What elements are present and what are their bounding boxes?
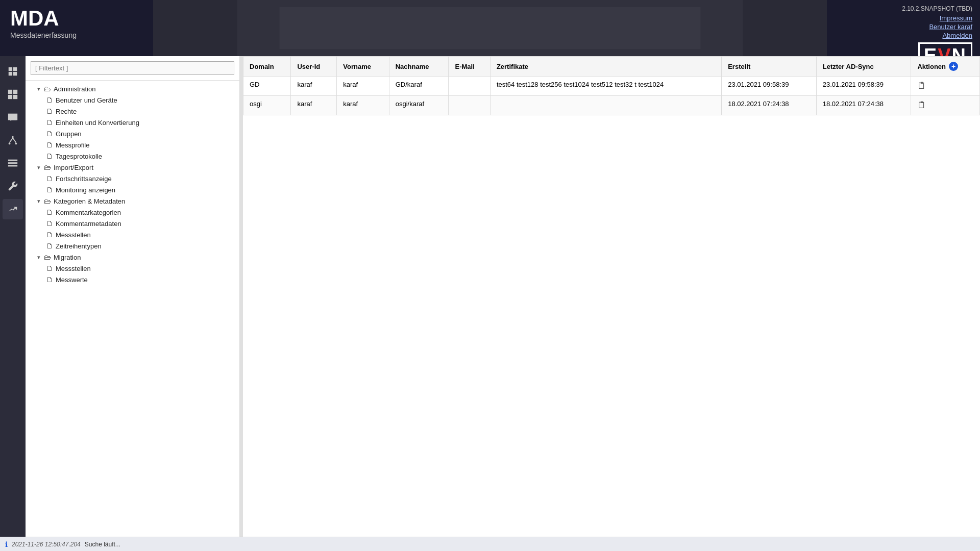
sidebar-item-label-messwerte-mig: Messwerte — [56, 276, 88, 284]
col-nachname: Nachname — [389, 57, 449, 77]
nav-chart-icon[interactable] — [3, 199, 23, 219]
svg-point-8 — [12, 136, 14, 138]
svg-rect-3 — [13, 72, 17, 76]
sidebar-item-label-migration: Migration — [54, 254, 81, 261]
sidebar-item-einheiten[interactable]: 🗋 Einheiten und Konvertierung — [26, 117, 239, 128]
svg-rect-5 — [13, 90, 17, 94]
sidebar-item-tagesprotokolle[interactable]: 🗋 Tagesprotokolle — [26, 151, 239, 162]
header-dam-image — [153, 0, 827, 56]
version-label: 2.10.2.SNAPSHOT (TBD) — [902, 5, 972, 12]
leaf-einheiten-icon: 🗋 — [46, 118, 53, 127]
svg-rect-15 — [8, 165, 17, 167]
evn-logo-text: EVN — [924, 45, 967, 56]
nav-wrench-icon[interactable] — [3, 176, 23, 196]
sidebar-item-rechte[interactable]: 🗋 Rechte — [26, 106, 239, 117]
cell-domain-0: GD — [243, 77, 291, 96]
add-user-button[interactable]: + — [949, 62, 958, 71]
leaf-zeitreihentypen-icon: 🗋 — [46, 242, 53, 250]
sidebar-item-monitoring[interactable]: 🗋 Monitoring anzeigen — [26, 184, 239, 195]
header: MDA Messdatenerfassung 2.10.2.SNAPSHOT (… — [0, 0, 980, 56]
sidebar-item-fortschrittsanzeige[interactable]: 🗋 Fortschrittsanzeige — [26, 173, 239, 184]
svg-rect-1 — [13, 67, 17, 71]
sidebar-item-messwerte-mig[interactable]: 🗋 Messwerte — [26, 274, 239, 285]
cell-nachname-1: osgi/karaf — [389, 96, 449, 115]
sidebar-item-messprofile[interactable]: 🗋 Messprofile — [26, 139, 239, 151]
col-vorname: Vorname — [337, 57, 389, 77]
action-detail-button-0[interactable]: 🗒 — [917, 81, 926, 91]
svg-point-10 — [15, 143, 17, 145]
table-wrapper: Domain User-Id Vorname Nachname E-Mail Z… — [243, 56, 980, 537]
evn-e: E — [924, 45, 938, 56]
leaf-messstellen-mig-icon: 🗋 — [46, 264, 53, 272]
folder-migration-icon: 🗁 — [44, 253, 51, 261]
nav-chat-icon[interactable] — [3, 107, 23, 128]
action-detail-button-1[interactable]: 🗒 — [917, 100, 926, 110]
sidebar-item-label-zeitreihentypen: Zeitreihentypen — [56, 242, 102, 250]
sidebar-item-label-kommentarmetadaten: Kommentarmetadaten — [56, 220, 121, 228]
nav-list-icon[interactable] — [3, 153, 23, 173]
sidebar-item-label-messprofile: Messprofile — [56, 141, 89, 149]
abmelden-link[interactable]: Abmelden — [942, 32, 972, 39]
impressum-link[interactable]: Impressum — [940, 14, 972, 22]
sidebar-item-administration[interactable]: ▾ 🗁 Administration — [26, 83, 239, 94]
folder-kategorien-icon: 🗁 — [44, 197, 51, 205]
sidebar-item-kommentarkategorien[interactable]: 🗋 Kommentarkategorien — [26, 207, 239, 218]
sidebar-item-label-tagesprotokolle: Tagesprotokolle — [56, 153, 102, 160]
cell-zertifikate-1 — [490, 96, 721, 115]
svg-rect-2 — [9, 72, 12, 76]
cell-erstellt-1: 18.02.2021 07:24:38 — [722, 96, 817, 115]
evn-logo: EVN — [918, 42, 972, 56]
cell-nachname-0: GD/karaf — [389, 77, 449, 96]
filter-input[interactable] — [31, 61, 234, 75]
status-timestamp: 2021-11-26 12:50:47.204 — [12, 541, 81, 548]
sidebar-item-messstellen-kat[interactable]: 🗋 Messstellen — [26, 229, 239, 240]
sidebar-item-label-kommentarkategorien: Kommentarkategorien — [56, 209, 121, 216]
sidebar-item-label-administration: Administration — [54, 85, 95, 93]
table-header-row: Domain User-Id Vorname Nachname E-Mail Z… — [243, 57, 980, 77]
evn-logo-box: EVN — [918, 42, 972, 56]
sidebar-item-gruppen[interactable]: 🗋 Gruppen — [26, 128, 239, 139]
sidebar-item-label-benutzer: Benutzer und Geräte — [56, 96, 117, 104]
sidebar-item-messstellen-mig[interactable]: 🗋 Messstellen — [26, 263, 239, 274]
svg-point-9 — [9, 143, 11, 145]
sidebar-item-benutzer[interactable]: 🗋 Benutzer und Geräte — [26, 94, 239, 106]
status-bar: ℹ 2021-11-26 12:50:47.204 Suche läuft... — [0, 537, 980, 551]
nav-home-icon[interactable] — [3, 61, 23, 82]
sidebar-item-label-fortschritt: Fortschrittsanzeige — [56, 175, 112, 183]
cell-letzter-1: 18.02.2021 07:24:38 — [816, 96, 911, 115]
svg-rect-4 — [8, 90, 12, 94]
sidebar-item-label-kategorien: Kategorien & Metadaten — [54, 197, 125, 205]
header-links: Impressum Benutzer karaf Abmelden — [929, 14, 972, 39]
header-brand: MDA Messdatenerfassung — [0, 0, 153, 56]
leaf-kommentarkategorien-icon: 🗋 — [46, 208, 53, 216]
leaf-benutzer-icon: 🗋 — [46, 96, 53, 104]
benutzer-label: Benutzer karaf — [929, 23, 972, 31]
sidebar-item-migration[interactable]: ▾ 🗁 Migration — [26, 252, 239, 263]
cell-vorname-1: karaf — [337, 96, 389, 115]
nav-network-icon[interactable] — [3, 130, 23, 151]
collapse-kategorien-icon: ▾ — [36, 198, 42, 205]
folder-importexport-icon: 🗁 — [44, 163, 51, 171]
leaf-rechte-icon: 🗋 — [46, 107, 53, 115]
sidebar-item-zeitreihentypen[interactable]: 🗋 Zeitreihentypen — [26, 240, 239, 252]
leaf-monitoring-icon: 🗋 — [46, 186, 53, 194]
col-email: E-Mail — [449, 57, 490, 77]
col-erstellt: Erstellt — [722, 57, 817, 77]
sidebar-tree: ▾ 🗁 Administration 🗋 Benutzer und Geräte… — [26, 81, 239, 537]
evn-n: N — [952, 45, 967, 56]
sidebar-item-label-messstellen-mig: Messstellen — [56, 265, 91, 272]
sidebar-item-kategorien[interactable]: ▾ 🗁 Kategorien & Metadaten — [26, 195, 239, 207]
cell-letzter-0: 23.01.2021 09:58:39 — [816, 77, 911, 96]
sidebar-item-importexport[interactable]: ▾ 🗁 Import/Export — [26, 162, 239, 173]
sidebar-item-kommentarmetadaten[interactable]: 🗋 Kommentarmetadaten — [26, 218, 239, 229]
leaf-messwerte-mig-icon: 🗋 — [46, 276, 53, 284]
cell-userid-0: karaf — [291, 77, 337, 96]
nav-grid-icon[interactable] — [3, 84, 23, 105]
svg-line-12 — [13, 138, 16, 142]
svg-line-11 — [10, 138, 13, 142]
app-title: MDA — [10, 8, 143, 29]
sidebar-filter-area — [26, 56, 239, 81]
cell-aktionen-1: 🗒 — [911, 96, 980, 115]
evn-v: V — [938, 45, 951, 56]
cell-erstellt-0: 23.01.2021 09:58:39 — [722, 77, 817, 96]
